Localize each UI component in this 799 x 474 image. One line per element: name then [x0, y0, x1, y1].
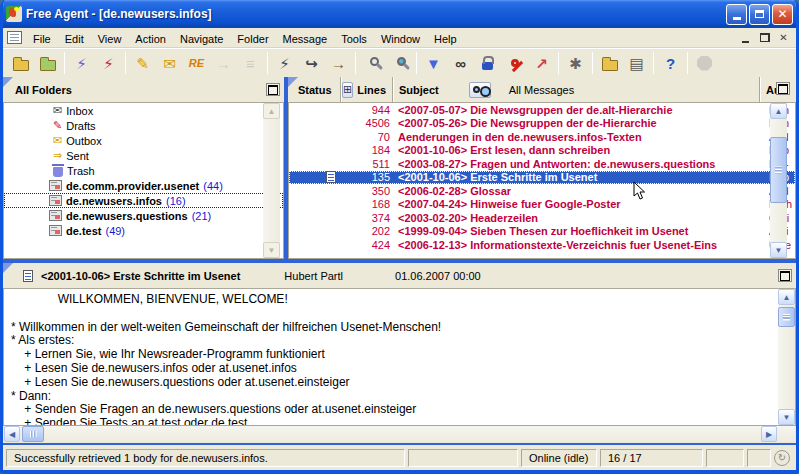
newsgroup-label: de.comm.provider.usenet — [66, 180, 199, 192]
unread-count: (21) — [192, 210, 212, 222]
expand-threads-button[interactable]: ⊞ — [342, 82, 353, 98]
close-button[interactable]: ✕ — [772, 4, 793, 25]
status-cell-empty — [747, 449, 771, 467]
folder-trash[interactable]: Trash — [4, 163, 283, 178]
mdi-minimize-icon — [742, 41, 749, 43]
message-list-panel: Status ⊞ Lines Subject All Messages Aut … — [288, 77, 796, 259]
scrollbar-thumb[interactable] — [778, 307, 795, 327]
followup-button[interactable]: RE — [183, 50, 210, 76]
message-row[interactable]: 168<2007-04-24> Hinweise fuer Google-Pos… — [289, 198, 795, 212]
find-button[interactable] — [359, 50, 386, 76]
menu-window[interactable]: Window — [374, 31, 427, 47]
secure-lock-button[interactable] — [474, 50, 501, 76]
layout-panes-button[interactable]: ▤ — [623, 50, 650, 76]
new-article-button[interactable]: ✎ — [129, 50, 156, 76]
panel-grip-icon[interactable] — [3, 77, 13, 87]
binoculars-button[interactable]: ∞ — [447, 50, 474, 76]
column-header-subject[interactable]: Subject All Messages — [393, 77, 760, 102]
menu-edit[interactable]: Edit — [58, 31, 91, 47]
online-files-button[interactable] — [7, 50, 34, 76]
panel-grip-icon[interactable] — [288, 77, 298, 87]
message-row[interactable]: 202<1999-09-04> Sieben Thesen zur Hoefli… — [289, 225, 795, 239]
scrollbar-thumb[interactable] — [770, 137, 787, 203]
folders-scrollbar[interactable]: ▲ ▼ — [263, 103, 280, 258]
message-row[interactable]: 70Aenderungen in den de.newusers.infos-T… — [289, 130, 795, 144]
message-row[interactable]: 424<2006-12-13> Informationstexte-Verzei… — [289, 238, 795, 252]
filter-button[interactable] — [469, 82, 491, 98]
message-body-scrollbar[interactable]: ▲ ▼ — [778, 289, 795, 425]
scroll-up-button[interactable]: ▲ — [778, 289, 795, 305]
mdi-document-icon — [7, 31, 22, 44]
scroll-down-button[interactable]: ▼ — [770, 242, 787, 258]
newsgroup-de.test[interactable]: de.test(49) — [4, 223, 283, 238]
row-subject-cell: <2006-02-28> Glossar — [398, 185, 769, 197]
menu-navigate[interactable]: Navigate — [173, 31, 230, 47]
menu-file[interactable]: File — [26, 31, 58, 47]
scroll-up-button[interactable]: ▲ — [770, 103, 787, 119]
mdi-close-button[interactable]: ✕ — [775, 30, 792, 45]
menu-folder[interactable]: Folder — [230, 31, 275, 47]
menu-message[interactable]: Message — [276, 31, 335, 47]
scroll-right-button[interactable]: ▶ — [761, 426, 777, 442]
folders-panel: All Folders ✉Inbox✎Drafts✉Outbox⇒SentTra… — [3, 77, 284, 259]
newsgroup-de.comm.provider.usenet[interactable]: de.comm.provider.usenet(44) — [4, 178, 283, 193]
message-row[interactable]: 944<2007-05-07> Die Newsgruppen der de.a… — [289, 103, 795, 117]
menu-view[interactable]: View — [91, 31, 129, 47]
next-unread-button[interactable]: ↪ — [298, 50, 325, 76]
newsgroup-de.newusers.questions[interactable]: de.newusers.questions(21) — [4, 208, 283, 223]
menu-help[interactable]: Help — [427, 31, 464, 47]
sent-icon: ⇒ — [53, 150, 62, 161]
mdi-restore-button[interactable] — [756, 30, 773, 45]
menu-tools[interactable]: Tools — [334, 31, 374, 47]
reply-button[interactable]: ✉ — [156, 50, 183, 76]
minimize-button[interactable] — [726, 4, 747, 25]
scroll-up-button[interactable]: ▲ — [263, 103, 280, 119]
folder-label: Inbox — [66, 105, 93, 117]
open-folder-button[interactable] — [596, 50, 623, 76]
folder-outbox[interactable]: ✉Outbox — [4, 133, 283, 148]
message-pane-maximize-button[interactable] — [778, 269, 792, 282]
menu-action[interactable]: Action — [128, 31, 173, 47]
folder-inbox[interactable]: ✉Inbox — [4, 103, 283, 118]
row-subject-cell: <2003-02-20> Headerzeilen — [398, 212, 769, 224]
newsgroup-icon — [49, 210, 62, 221]
reload-article-button[interactable]: ⚡ — [271, 50, 298, 76]
web-search-button[interactable] — [386, 50, 413, 76]
message-row[interactable]: 4506<2007-05-26> Die Newsgruppen der de-… — [289, 117, 795, 131]
scrollbar-thumb[interactable] — [22, 426, 44, 442]
toolbar-separator — [416, 52, 417, 74]
newsgroup-de.newusers.infos[interactable]: de.newusers.infos(16) — [4, 193, 283, 208]
message-row[interactable]: 374<2003-02-20> HeaderzeilenChri — [289, 211, 795, 225]
next-unread-icon: ↪ — [305, 56, 318, 71]
mdi-minimize-button[interactable] — [737, 30, 754, 45]
messages-scrollbar[interactable]: ▲ ▼ — [770, 103, 787, 258]
messages-maximize-button[interactable] — [776, 82, 790, 95]
get-bodies-button[interactable]: ▼ — [420, 50, 447, 76]
message-row[interactable]: 184<2001-10-06> Erst lesen, dann schreib… — [289, 144, 795, 158]
folder-sent[interactable]: ⇒Sent — [4, 148, 283, 163]
offline-files-button[interactable] — [34, 50, 61, 76]
connection-globe-icon: ↻ — [774, 450, 790, 466]
settings-gear-button[interactable]: ✱ — [562, 50, 589, 76]
settings-gear-icon: ✱ — [569, 56, 582, 71]
help-button[interactable]: ? — [657, 50, 684, 76]
launch-task-button[interactable]: ↗ — [528, 50, 555, 76]
message-row[interactable]: 135<2001-10-06> Erste Schritte im Usenet… — [289, 171, 795, 185]
panel-grip-icon[interactable] — [3, 263, 13, 273]
scroll-down-button[interactable]: ▼ — [263, 242, 280, 258]
row-lines-cell: 374 — [342, 212, 390, 224]
folder-drafts[interactable]: ✎Drafts — [4, 118, 283, 133]
message-row[interactable]: 511<2003-08-27> Fragen und Antworten: de… — [289, 157, 795, 171]
folders-maximize-button[interactable] — [266, 83, 280, 96]
connection-status: Online (idle) — [521, 449, 597, 467]
scroll-down-button[interactable]: ▼ — [778, 409, 795, 425]
get-marked-bodies-button[interactable]: ⚡ — [95, 50, 122, 76]
column-header-lines[interactable]: ⊞ Lines — [341, 77, 393, 102]
folders-panel-title: All Folders — [15, 84, 72, 96]
message-row[interactable]: 350<2006-02-28> GlossarAnd — [289, 184, 795, 198]
scroll-left-button[interactable]: ◀ — [4, 426, 20, 442]
maximize-button[interactable] — [749, 4, 770, 25]
get-new-headers-button[interactable]: ⚡ — [68, 50, 95, 76]
mark-read-button[interactable]: → — [325, 50, 352, 76]
block-sender-button[interactable] — [501, 50, 528, 76]
